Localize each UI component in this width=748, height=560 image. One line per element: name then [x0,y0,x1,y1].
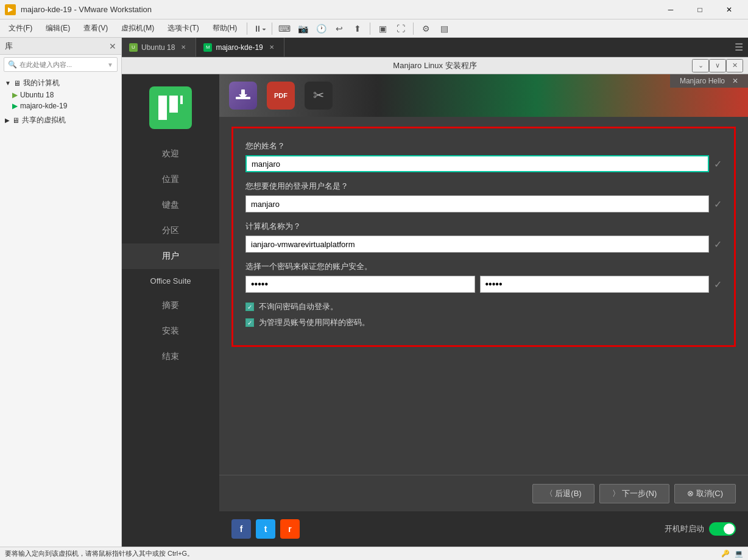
nav-install[interactable]: 安装 [122,318,219,344]
menu-file[interactable]: 文件(F) [2,21,38,36]
admin-password-label: 为管理员账号使用同样的密码。 [259,317,370,328]
installer-banner: PDF ✂ Manjaro Hello ✕ [219,74,748,117]
installer-title: Manjaro Linux 安装程序 [393,60,476,71]
nav-user[interactable]: 用户 [122,243,219,269]
installer-close-button[interactable]: ✕ [726,59,743,72]
nav-summary[interactable]: 摘要 [122,293,219,318]
username-check-icon: ✓ [714,198,722,210]
pdf-icon: PDF [267,82,295,110]
nav-items: 欢迎 位置 键盘 分区 用户 Office Suite 摘要 安装 结束 [122,141,219,369]
library-search-container[interactable]: 🔍 ▼ [4,57,118,72]
svg-rect-2 [180,96,183,104]
name-row: ✓ [245,155,722,172]
manjaro-tab-icon: M [203,43,212,52]
scissors-icon-container: ✂ [305,82,333,110]
tab-manjaro-close[interactable]: ✕ [267,43,277,52]
manjaro-label: majaro-kde-19 [20,102,67,110]
shared-label: 共享的虚拟机 [22,115,66,125]
fullscreen-button[interactable]: ▣ [374,21,391,36]
tree-shared-vms[interactable]: ▶ 🖥 共享的虚拟机 [0,114,121,127]
tab-ubuntu[interactable]: U Ubuntu 18 ✕ [122,38,196,57]
menu-vm[interactable]: 虚拟机(M) [115,21,160,36]
hello-close-button[interactable]: ✕ [732,77,738,85]
search-input[interactable] [19,61,107,68]
more-button[interactable]: ▤ [436,21,453,36]
password-input[interactable] [245,276,475,293]
install-svg [235,87,252,104]
tab-menu-button[interactable]: ☰ [730,38,748,57]
minimize-button[interactable]: ─ [657,1,685,18]
nav-welcome[interactable]: 欢迎 [122,141,219,167]
autologin-checkbox[interactable] [245,303,254,311]
back-button[interactable]: 〈 后退(B) [532,484,595,503]
computer-input[interactable] [245,236,709,253]
snapshot-button[interactable]: 🕐 [312,21,330,36]
nav-keyboard[interactable]: 键盘 [122,192,219,218]
tab-manjaro-label: majaro-kde-19 [216,43,263,52]
send-ctrl-alt-del-button[interactable]: ⌨ [276,21,293,36]
computer-check-icon: ✓ [714,239,722,250]
twitter-button[interactable]: t [256,519,275,539]
close-button[interactable]: ✕ [715,1,743,18]
menu-edit[interactable]: 编辑(E) [40,21,76,36]
maximize-button[interactable]: □ [686,1,714,18]
cancel-button[interactable]: ⊗ 取消(C) [674,484,736,503]
revert-button[interactable]: ↩ [331,21,348,36]
library-panel: 库 ✕ 🔍 ▼ ▼ 🖥 我的计算机 ▶ Ubuntu 18 ▶ [0,38,122,547]
vm-icon-ubuntu: ▶ [12,91,18,99]
installer-body: 欢迎 位置 键盘 分区 用户 Office Suite 摘要 安装 结束 [122,74,748,547]
separator2 [272,23,272,35]
installer-min-button[interactable]: ⌄ [692,59,709,72]
vm-screen: Manjaro Linux 安装程序 ⌄ ∨ ✕ [122,57,748,547]
pause-button[interactable]: ⏸▾ [251,21,268,36]
name-check-icon: ✓ [714,158,722,170]
menu-tab[interactable]: 选项卡(T) [161,21,205,36]
pdf-label: PDF [274,92,288,99]
expand-icon2: ▶ [5,117,10,124]
installer-max-button[interactable]: ∨ [709,59,726,72]
autostart-toggle[interactable] [709,522,736,536]
autostart-container: 开机时启动 [665,522,736,536]
vm-icon-manjaro: ▶ [12,102,18,110]
menu-view[interactable]: 查看(V) [77,21,114,36]
tree-ubuntu[interactable]: ▶ Ubuntu 18 [0,89,121,100]
tab-manjaro[interactable]: M majaro-kde-19 ✕ [196,38,284,57]
library-header: 库 ✕ [0,38,121,55]
installer-titlebar-controls: ⌄ ∨ ✕ [692,59,743,72]
screenshot-button[interactable]: 📷 [294,21,311,36]
ubuntu-tab-icon: U [129,43,138,52]
computer-icon: 🖥 [13,79,21,88]
vm-display[interactable]: Manjaro Linux 安装程序 ⌄ ∨ ✕ [122,57,748,547]
social-bar: f t r 开机时启动 [219,511,748,547]
tree-my-computer[interactable]: ▼ 🖥 我的计算机 [0,77,121,89]
facebook-button[interactable]: f [231,519,251,539]
settings-button[interactable]: ⚙ [417,21,434,36]
install-icon [229,82,257,110]
shared-icon: 🖥 [12,116,19,125]
unity-button[interactable]: ⛶ [392,21,409,36]
username-input[interactable] [245,195,709,212]
library-close-button[interactable]: ✕ [109,41,116,51]
library-tree: ▼ 🖥 我的计算机 ▶ Ubuntu 18 ▶ majaro-kde-19 ▶ … [0,74,121,547]
nav-office[interactable]: Office Suite [122,269,219,293]
menubar: 文件(F) 编辑(E) 查看(V) 虚拟机(M) 选项卡(T) 帮助(H) ⏸▾… [0,19,748,38]
tree-manjaro[interactable]: ▶ majaro-kde-19 [0,100,121,111]
ubuntu-label: Ubuntu 18 [20,91,54,99]
dropdown-icon: ▼ [107,61,113,68]
tab-ubuntu-label: Ubuntu 18 [141,43,175,52]
nav-partition[interactable]: 分区 [122,218,219,243]
nav-location[interactable]: 位置 [122,167,219,192]
twitter-icon: t [264,524,267,534]
admin-password-checkbox[interactable] [245,318,254,327]
next-button[interactable]: 〉 下一步(N) [599,484,670,503]
nav-finish[interactable]: 结束 [122,344,219,369]
name-label: 您的姓名？ [245,141,722,152]
password-confirm-input[interactable] [480,276,710,293]
name-input[interactable] [245,155,709,172]
usb-button[interactable]: ⬆ [349,21,366,36]
statusbar: 要将输入定向到该虚拟机，请将鼠标指针移入其中或按 Ctrl+G。 🔑 💻 [0,547,748,560]
tab-ubuntu-close[interactable]: ✕ [178,43,188,52]
menu-help[interactable]: 帮助(H) [206,21,244,36]
manjaro-hello-bar: Manjaro Hello ✕ [670,74,748,88]
reddit-button[interactable]: r [280,519,300,539]
